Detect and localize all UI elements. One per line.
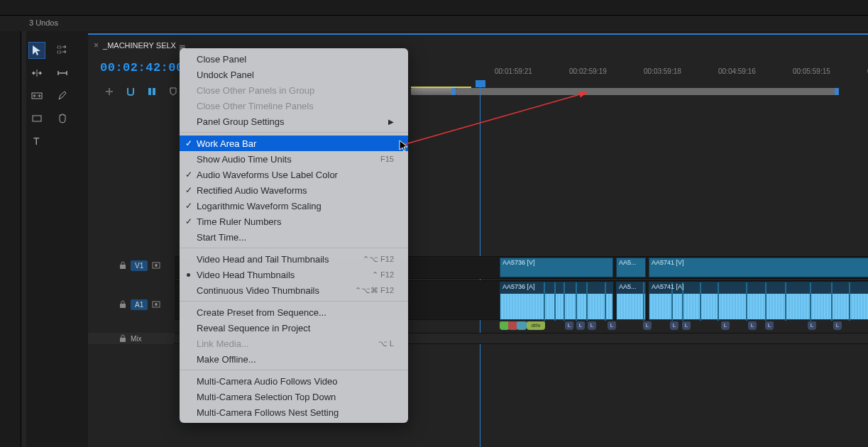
track-label-mix: Mix — [131, 335, 142, 343]
l-marker[interactable]: L — [608, 321, 616, 330]
linked-selection-icon[interactable] — [146, 86, 158, 97]
track-select-forward-tool[interactable] — [55, 43, 70, 58]
clip-boundary — [576, 282, 577, 321]
tool-panel: T — [29, 43, 79, 149]
panel-tab[interactable]: × _MACHINERY SELX — [94, 40, 176, 50]
track-output-icon[interactable] — [152, 300, 162, 309]
clip-boundary — [810, 258, 811, 277]
l-marker[interactable]: L — [643, 321, 652, 330]
menu-item[interactable]: Undock Panel — [180, 67, 408, 82]
menu-item[interactable]: Show Audio Time UnitsF15 — [180, 151, 408, 167]
ruler-label: 00:04:59:16 — [718, 67, 756, 75]
track-header-mix[interactable]: Mix — [88, 333, 175, 344]
menu-item[interactable]: Create Preset from Sequence... — [180, 304, 408, 320]
menu-item[interactable]: Make Offline... — [180, 351, 408, 367]
track-label-a1: A1 — [131, 299, 148, 310]
menu-item[interactable]: Start Time... — [180, 229, 408, 245]
clip-boundary — [765, 258, 767, 277]
clip-boundary — [564, 282, 565, 321]
ruler-label: 00:02:59:19 — [569, 67, 607, 75]
playhead-indicator[interactable] — [476, 80, 485, 87]
tag-marker[interactable]: driv — [527, 321, 545, 330]
l-marker[interactable]: L — [682, 321, 691, 330]
menu-item[interactable]: Multi-Camera Selection Top Down — [180, 389, 408, 404]
clip-boundary — [765, 282, 767, 321]
menu-item[interactable]: ✓Work Area Bar — [180, 136, 408, 151]
work-area-in-handle[interactable] — [451, 88, 456, 95]
clip-boundary — [576, 258, 577, 277]
clip-boundary — [849, 258, 850, 277]
top-strip — [0, 0, 868, 16]
timeline-settings-row — [104, 86, 179, 97]
lock-icon[interactable] — [119, 334, 126, 343]
menu-item[interactable]: ✓Rectified Audio Waveforms — [180, 182, 408, 198]
clip-boundary — [700, 258, 701, 277]
svg-point-10 — [155, 264, 158, 267]
ripple-edit-tool[interactable] — [29, 65, 45, 81]
svg-text:T: T — [33, 136, 40, 147]
track-header-v1[interactable]: V1 — [88, 256, 175, 275]
menu-item[interactable]: Video Head Thumbnails⌃ F12 — [180, 267, 408, 282]
svg-rect-6 — [148, 88, 151, 95]
pen-tool[interactable] — [55, 88, 70, 104]
l-marker[interactable]: L — [576, 321, 585, 330]
menu-item[interactable]: Continuous Video Thumbnails⌃⌥⌘ F12 — [180, 282, 408, 298]
l-marker[interactable]: L — [588, 321, 596, 330]
hand-tool[interactable] — [55, 111, 70, 126]
audio-clip[interactable]: AA5736 [A] — [500, 282, 613, 320]
video-clip[interactable]: AA5... — [616, 258, 646, 277]
clip-boundary — [785, 282, 786, 321]
menu-item[interactable]: Reveal Sequence in Project — [180, 320, 408, 336]
menu-item[interactable]: Close Panel — [180, 51, 408, 67]
selection-tool[interactable] — [29, 43, 45, 58]
clip-boundary — [785, 258, 786, 277]
tab-close-icon[interactable]: × — [94, 40, 99, 50]
menu-item[interactable]: Multi-Camera Follows Nest Setting — [180, 404, 408, 420]
svg-rect-14 — [120, 338, 126, 342]
tag-marker[interactable] — [517, 321, 527, 330]
menu-item[interactable]: ✓Logarithmic Waveform Scaling — [180, 198, 408, 214]
panel-context-menu: Close PanelUndock PanelClose Other Panel… — [180, 48, 408, 423]
sub-strip — [0, 16, 868, 31]
l-marker[interactable]: L — [833, 321, 842, 330]
clip-boundary — [700, 282, 701, 321]
menu-item[interactable]: Panel Group Settings▶ — [180, 114, 408, 129]
track-output-icon[interactable] — [152, 261, 162, 270]
menu-separator — [180, 301, 408, 302]
clip-boundary — [746, 282, 747, 321]
l-marker[interactable]: L — [670, 321, 679, 330]
playhead-timecode[interactable]: 00:02:42:00 — [100, 61, 184, 74]
l-marker[interactable]: L — [748, 321, 757, 330]
menu-item[interactable]: ✓Audio Waveforms Use Label Color — [180, 167, 408, 182]
lock-icon[interactable] — [119, 261, 126, 270]
l-marker[interactable]: L — [765, 321, 774, 330]
menu-separator — [180, 132, 408, 133]
ruler-label: 00:05:59:15 — [793, 67, 830, 75]
menu-item[interactable]: Multi-Camera Audio Follows Video — [180, 373, 408, 389]
audio-clip[interactable]: AA5... — [616, 282, 646, 320]
slip-tool[interactable] — [29, 88, 45, 104]
type-tool[interactable]: T — [29, 133, 45, 149]
clip-boundary — [831, 282, 833, 321]
clip-boundary — [554, 258, 556, 277]
track-header-a1[interactable]: A1 — [88, 287, 175, 321]
work-area-out-handle[interactable] — [835, 88, 839, 95]
rate-stretch-tool[interactable] — [55, 65, 70, 81]
menu-item: Close Other Panels in Group — [180, 82, 408, 98]
snap-icon[interactable] — [125, 86, 136, 97]
menu-separator — [180, 370, 408, 370]
menu-item[interactable]: Video Head and Tail Thumbnails⌃⌥ F12 — [180, 251, 408, 267]
video-clip[interactable]: AA5736 [V] — [500, 258, 613, 277]
l-marker[interactable]: L — [808, 321, 816, 330]
clip-boundary — [564, 258, 565, 277]
svg-rect-4 — [33, 116, 41, 121]
insert-mode-icon[interactable] — [104, 86, 115, 97]
clip-boundary — [718, 282, 719, 321]
svg-rect-11 — [120, 304, 126, 308]
lock-icon[interactable] — [119, 300, 126, 309]
menu-item[interactable]: ✓Time Ruler Numbers — [180, 214, 408, 229]
rectangle-tool[interactable] — [29, 111, 45, 126]
l-marker[interactable]: L — [565, 321, 573, 330]
work-area-played — [411, 88, 456, 95]
l-marker[interactable]: L — [721, 321, 730, 330]
